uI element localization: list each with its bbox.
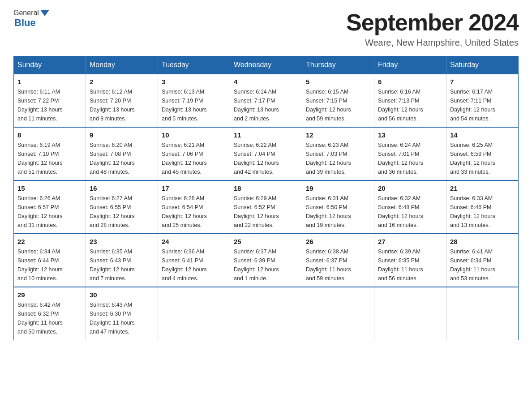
calendar-cell: 13Sunrise: 6:24 AMSunset: 7:01 PMDayligh… xyxy=(374,127,446,180)
day-info: Sunrise: 6:26 AMSunset: 6:57 PMDaylight:… xyxy=(17,194,82,230)
day-info: Sunrise: 6:20 AMSunset: 7:08 PMDaylight:… xyxy=(90,141,154,176)
calendar-week-row: 1Sunrise: 6:11 AMSunset: 7:22 PMDaylight… xyxy=(14,74,519,127)
title-area: September 2024 Weare, New Hampshire, Uni… xyxy=(346,9,519,48)
day-of-week-header: Monday xyxy=(86,56,158,74)
calendar-cell: 6Sunrise: 6:16 AMSunset: 7:13 PMDaylight… xyxy=(374,74,446,127)
day-number: 13 xyxy=(378,131,442,139)
day-info: Sunrise: 6:31 AMSunset: 6:50 PMDaylight:… xyxy=(306,194,370,230)
day-of-week-header: Thursday xyxy=(302,56,374,74)
calendar-cell: 10Sunrise: 6:21 AMSunset: 7:06 PMDayligh… xyxy=(158,127,230,180)
day-number: 23 xyxy=(90,238,154,245)
day-info: Sunrise: 6:12 AMSunset: 7:20 PMDaylight:… xyxy=(90,87,154,123)
calendar-cell: 20Sunrise: 6:32 AMSunset: 6:48 PMDayligh… xyxy=(374,180,446,234)
calendar-week-row: 29Sunrise: 6:42 AMSunset: 6:32 PMDayligh… xyxy=(14,287,519,340)
calendar-week-row: 15Sunrise: 6:26 AMSunset: 6:57 PMDayligh… xyxy=(14,180,519,234)
day-number: 14 xyxy=(450,131,515,139)
calendar-table: SundayMondayTuesdayWednesdayThursdayFrid… xyxy=(13,56,519,340)
calendar-cell: 2Sunrise: 6:12 AMSunset: 7:20 PMDaylight… xyxy=(86,74,158,127)
day-info: Sunrise: 6:43 AMSunset: 6:30 PMDaylight:… xyxy=(90,300,154,336)
day-number: 21 xyxy=(450,184,515,192)
calendar-cell: 15Sunrise: 6:26 AMSunset: 6:57 PMDayligh… xyxy=(14,180,86,234)
calendar-cell: 3Sunrise: 6:13 AMSunset: 7:19 PMDaylight… xyxy=(158,74,230,127)
day-info: Sunrise: 6:33 AMSunset: 6:46 PMDaylight:… xyxy=(450,194,515,230)
day-info: Sunrise: 6:35 AMSunset: 6:43 PMDaylight:… xyxy=(90,247,154,283)
day-number: 5 xyxy=(306,78,370,86)
day-info: Sunrise: 6:16 AMSunset: 7:13 PMDaylight:… xyxy=(378,87,442,123)
day-info: Sunrise: 6:13 AMSunset: 7:19 PMDaylight:… xyxy=(162,87,226,123)
day-info: Sunrise: 6:22 AMSunset: 7:04 PMDaylight:… xyxy=(234,141,298,176)
day-number: 17 xyxy=(162,184,226,192)
day-of-week-header: Wednesday xyxy=(230,56,302,74)
day-info: Sunrise: 6:17 AMSunset: 7:11 PMDaylight:… xyxy=(450,87,515,123)
day-info: Sunrise: 6:34 AMSunset: 6:44 PMDaylight:… xyxy=(17,247,82,283)
day-number: 2 xyxy=(90,78,154,86)
day-number: 1 xyxy=(17,78,82,86)
calendar-cell: 16Sunrise: 6:27 AMSunset: 6:55 PMDayligh… xyxy=(86,180,158,234)
calendar-cell: 28Sunrise: 6:41 AMSunset: 6:34 PMDayligh… xyxy=(446,234,519,287)
day-info: Sunrise: 6:25 AMSunset: 6:59 PMDaylight:… xyxy=(450,141,515,176)
day-number: 18 xyxy=(234,184,298,192)
day-number: 19 xyxy=(306,184,370,192)
calendar-cell: 9Sunrise: 6:20 AMSunset: 7:08 PMDaylight… xyxy=(86,127,158,180)
day-info: Sunrise: 6:41 AMSunset: 6:34 PMDaylight:… xyxy=(450,247,515,283)
day-info: Sunrise: 6:42 AMSunset: 6:32 PMDaylight:… xyxy=(17,300,82,336)
day-of-week-header: Sunday xyxy=(14,56,86,74)
calendar-cell: 12Sunrise: 6:23 AMSunset: 7:03 PMDayligh… xyxy=(302,127,374,180)
day-number: 26 xyxy=(306,238,370,245)
calendar-cell: 8Sunrise: 6:19 AMSunset: 7:10 PMDaylight… xyxy=(14,127,86,180)
day-number: 16 xyxy=(90,184,154,192)
day-number: 9 xyxy=(90,131,154,139)
calendar-cell xyxy=(158,287,230,340)
calendar-cell: 1Sunrise: 6:11 AMSunset: 7:22 PMDaylight… xyxy=(14,74,86,127)
day-number: 8 xyxy=(17,131,82,139)
day-info: Sunrise: 6:32 AMSunset: 6:48 PMDaylight:… xyxy=(378,194,442,230)
day-number: 12 xyxy=(306,131,370,139)
day-number: 28 xyxy=(450,238,515,245)
logo-triangle-icon xyxy=(40,10,49,16)
calendar-cell: 7Sunrise: 6:17 AMSunset: 7:11 PMDaylight… xyxy=(446,74,519,127)
calendar-cell: 22Sunrise: 6:34 AMSunset: 6:44 PMDayligh… xyxy=(14,234,86,287)
calendar-cell: 17Sunrise: 6:28 AMSunset: 6:54 PMDayligh… xyxy=(158,180,230,234)
day-info: Sunrise: 6:11 AMSunset: 7:22 PMDaylight:… xyxy=(17,87,82,123)
page-header: General Blue September 2024 Weare, New H… xyxy=(13,9,519,48)
day-info: Sunrise: 6:14 AMSunset: 7:17 PMDaylight:… xyxy=(234,87,298,123)
day-info: Sunrise: 6:39 AMSunset: 6:35 PMDaylight:… xyxy=(378,247,442,283)
calendar-cell: 25Sunrise: 6:37 AMSunset: 6:39 PMDayligh… xyxy=(230,234,302,287)
day-number: 25 xyxy=(234,238,298,245)
month-title: September 2024 xyxy=(346,9,519,36)
day-number: 4 xyxy=(234,78,298,86)
calendar-week-row: 22Sunrise: 6:34 AMSunset: 6:44 PMDayligh… xyxy=(14,234,519,287)
day-of-week-header: Saturday xyxy=(446,56,519,74)
calendar-cell: 27Sunrise: 6:39 AMSunset: 6:35 PMDayligh… xyxy=(374,234,446,287)
calendar-cell: 14Sunrise: 6:25 AMSunset: 6:59 PMDayligh… xyxy=(446,127,519,180)
day-of-week-header: Friday xyxy=(374,56,446,74)
day-number: 24 xyxy=(162,238,226,245)
day-info: Sunrise: 6:27 AMSunset: 6:55 PMDaylight:… xyxy=(90,194,154,230)
day-number: 6 xyxy=(378,78,442,86)
day-number: 20 xyxy=(378,184,442,192)
logo-blue-text: Blue xyxy=(14,17,36,28)
day-info: Sunrise: 6:36 AMSunset: 6:41 PMDaylight:… xyxy=(162,247,226,283)
calendar-cell xyxy=(302,287,374,340)
day-info: Sunrise: 6:19 AMSunset: 7:10 PMDaylight:… xyxy=(17,141,82,176)
calendar-cell: 5Sunrise: 6:15 AMSunset: 7:15 PMDaylight… xyxy=(302,74,374,127)
calendar-cell xyxy=(230,287,302,340)
day-info: Sunrise: 6:15 AMSunset: 7:15 PMDaylight:… xyxy=(306,87,370,123)
calendar-cell: 24Sunrise: 6:36 AMSunset: 6:41 PMDayligh… xyxy=(158,234,230,287)
logo: General Blue xyxy=(13,9,49,29)
day-info: Sunrise: 6:24 AMSunset: 7:01 PMDaylight:… xyxy=(378,141,442,176)
calendar-cell: 21Sunrise: 6:33 AMSunset: 6:46 PMDayligh… xyxy=(446,180,519,234)
logo-general-text: General xyxy=(13,9,39,17)
day-info: Sunrise: 6:38 AMSunset: 6:37 PMDaylight:… xyxy=(306,247,370,283)
day-of-week-header: Tuesday xyxy=(158,56,230,74)
day-number: 10 xyxy=(162,131,226,139)
day-info: Sunrise: 6:23 AMSunset: 7:03 PMDaylight:… xyxy=(306,141,370,176)
day-number: 3 xyxy=(162,78,226,86)
calendar-cell: 23Sunrise: 6:35 AMSunset: 6:43 PMDayligh… xyxy=(86,234,158,287)
day-number: 30 xyxy=(90,291,154,299)
calendar-cell: 26Sunrise: 6:38 AMSunset: 6:37 PMDayligh… xyxy=(302,234,374,287)
calendar-cell: 19Sunrise: 6:31 AMSunset: 6:50 PMDayligh… xyxy=(302,180,374,234)
location-title: Weare, New Hampshire, United States xyxy=(346,38,519,48)
day-info: Sunrise: 6:37 AMSunset: 6:39 PMDaylight:… xyxy=(234,247,298,283)
calendar-cell: 18Sunrise: 6:29 AMSunset: 6:52 PMDayligh… xyxy=(230,180,302,234)
